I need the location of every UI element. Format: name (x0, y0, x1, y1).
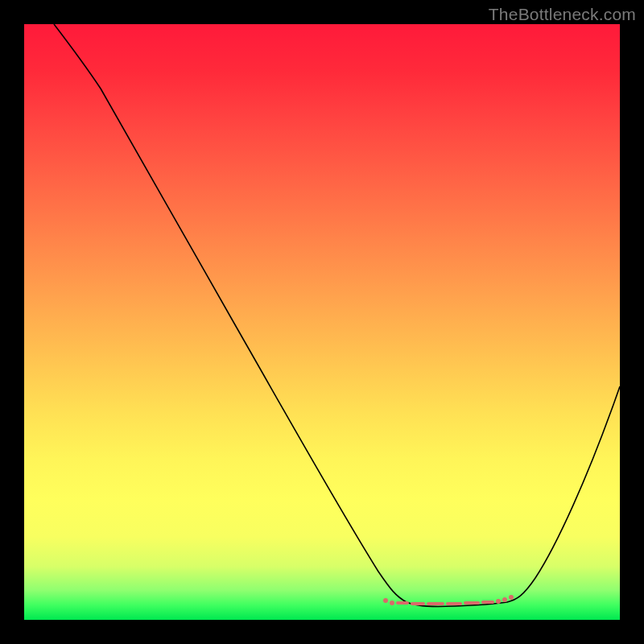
highlight-dot (502, 597, 507, 602)
highlight-dot (383, 598, 388, 603)
highlight-segment (396, 601, 409, 605)
highlight-segment (411, 602, 425, 605)
highlight-dot (496, 599, 501, 604)
highlight-segment (427, 602, 444, 605)
highlight-dot (390, 601, 394, 605)
highlight-segment (481, 601, 494, 604)
chart-curve-layer (24, 24, 620, 620)
chart-plot-area (24, 24, 620, 620)
chart-bottom-highlight (386, 599, 515, 606)
highlight-dot (509, 595, 514, 600)
highlight-segment (464, 601, 480, 605)
chart-curve-path (54, 24, 620, 606)
highlight-segment (446, 602, 462, 605)
watermark-text: TheBottleneck.com (489, 5, 636, 24)
